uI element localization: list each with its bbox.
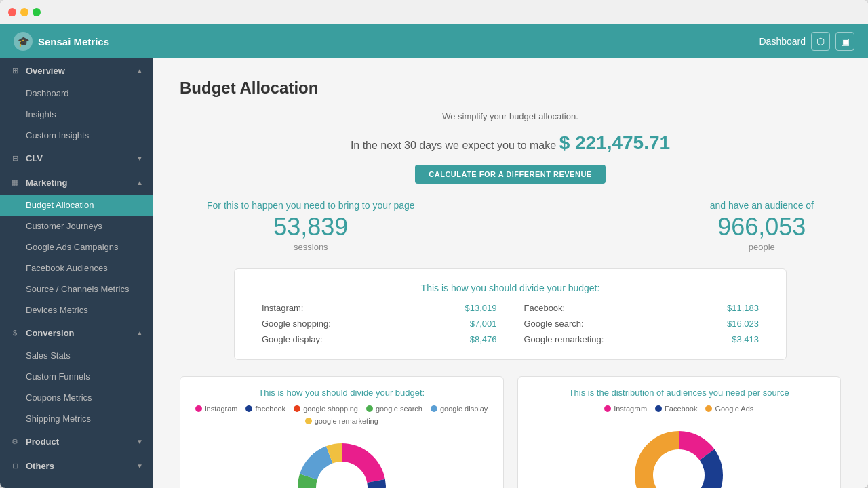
revenue-amount: $ 221,475.71 <box>559 132 671 153</box>
marketing-label: Marketing <box>26 178 67 188</box>
clv-label: CLV <box>26 153 43 163</box>
legend-item: google search <box>366 405 422 413</box>
others-chevron: ▼ <box>136 462 143 470</box>
sidebar-header-clv[interactable]: ⊟ CLV ▼ <box>0 146 153 170</box>
clv-icon: ⊟ <box>9 152 20 163</box>
sessions-metric: For this to happen you need to bring to … <box>207 200 415 252</box>
legend-item: google display <box>431 405 488 413</box>
sidebar-item-source-channels[interactable]: Source / Channels Metrics <box>0 279 153 300</box>
topnav: 🎓 Sensai Metrics Dashboard ⬡ ▣ <box>0 24 868 58</box>
legend-item: facebook <box>245 405 285 413</box>
audience-metric: and have an audience of 966,053 people <box>710 200 814 252</box>
nav-icon-expand[interactable]: ⬡ <box>811 32 830 51</box>
sidebar-section-marketing: ▦ Marketing ▲ Budget Allocation Customer… <box>0 170 153 321</box>
sidebar-header-conversion[interactable]: $ Conversion ▲ <box>0 321 153 345</box>
budget-row: Instagram:$13,019 <box>262 302 497 314</box>
sidebar-item-facebook-audiences[interactable]: Facebook Audiences <box>0 258 153 279</box>
budget-item-label: Google remarketing: <box>524 334 604 344</box>
revenue-line: In the next 30 days we expect you to mak… <box>180 132 841 154</box>
sidebar-item-dashboard[interactable]: Dashboard <box>0 83 153 104</box>
legend-dot <box>655 405 662 412</box>
audience-unit: people <box>710 242 814 252</box>
conversion-chevron: ▲ <box>136 329 143 337</box>
product-icon: ⚙ <box>9 436 20 447</box>
legend-dot <box>366 405 373 412</box>
marketing-chevron: ▲ <box>136 179 143 186</box>
traffic-lights <box>8 8 41 16</box>
app-body: 🎓 Sensai Metrics Dashboard ⬡ ▣ ⊞ Overvie… <box>0 24 868 488</box>
legend-label: Instagram <box>614 405 647 413</box>
sidebar-item-custom-funnels[interactable]: Custom Funnels <box>0 366 153 387</box>
chart-audiences: This is the distribution of audiences yo… <box>517 376 842 488</box>
sessions-value: 53,839 <box>207 215 415 239</box>
legend-item: Google Ads <box>705 405 753 413</box>
sidebar-header-product[interactable]: ⚙ Product ▼ <box>0 429 153 453</box>
budget-item-label: Facebook: <box>524 303 566 313</box>
sessions-label: For this to happen you need to bring to … <box>207 200 415 211</box>
legend-dot <box>305 418 312 424</box>
sidebar-item-sales-stats[interactable]: Sales Stats <box>0 345 153 366</box>
clv-chevron: ▼ <box>136 155 143 162</box>
budget-item-label: Google search: <box>524 319 584 329</box>
legend-dot <box>705 405 712 412</box>
overview-label: Overview <box>26 66 65 76</box>
product-label: Product <box>26 436 59 447</box>
budget-row: Facebook:$11,183 <box>524 302 760 314</box>
overview-icon: ⊞ <box>9 65 20 76</box>
conversion-label: Conversion <box>26 328 75 338</box>
others-icon: ⊟ <box>9 460 20 471</box>
audience-label: and have an audience of <box>710 200 814 211</box>
sidebar-item-shipping-metrics[interactable]: Shipping Metrics <box>0 408 153 429</box>
legend-item: google shopping <box>294 405 358 413</box>
nav-icon-layout[interactable]: ▣ <box>835 32 854 51</box>
budget-breakdown: This is how you should divide your budge… <box>234 268 787 360</box>
chart1-title: This is how you should divide your budge… <box>191 388 492 398</box>
sidebar-section-product: ⚙ Product ▼ <box>0 429 153 453</box>
topnav-right: Dashboard ⬡ ▣ <box>760 32 855 51</box>
budget-item-value: $13,019 <box>465 303 497 313</box>
calc-button[interactable]: CALCULATE FOR A DIFFERENT REVENUE <box>415 165 605 184</box>
sidebar-header-overview[interactable]: ⊞ Overview ▲ <box>0 58 153 83</box>
sidebar-item-coupons-metrics[interactable]: Coupons Metrics <box>0 387 153 408</box>
legend-item: Instagram <box>604 405 647 413</box>
brand-icon: 🎓 <box>14 32 33 51</box>
brand-name: Sensai Metrics <box>38 36 109 47</box>
legend-label: facebook <box>255 405 285 413</box>
nav-page-label: Dashboard <box>760 36 806 47</box>
close-button[interactable] <box>8 8 16 16</box>
budget-item-value: $8,476 <box>470 334 497 344</box>
legend-item: Facebook <box>655 405 697 413</box>
legend-dot <box>294 405 300 412</box>
sidebar-section-clv: ⊟ CLV ▼ <box>0 146 153 170</box>
sidebar-section-others: ⊟ Others ▼ <box>0 453 153 478</box>
sidebar-item-customer-journeys[interactable]: Customer Journeys <box>0 216 153 237</box>
sidebar-item-custom-insights[interactable]: Custom Insights <box>0 125 153 146</box>
marketing-icon: ▦ <box>9 177 20 188</box>
sidebar-item-insights[interactable]: Insights <box>0 104 153 125</box>
chart1-legend: instagramfacebookgoogle shoppinggoogle s… <box>191 405 492 425</box>
sidebar-header-marketing[interactable]: ▦ Marketing ▲ <box>0 170 153 195</box>
sidebar-item-budget-allocation[interactable]: Budget Allocation <box>0 195 153 216</box>
sidebar-item-google-ads[interactable]: Google Ads Campaigns <box>0 237 153 258</box>
sidebar-header-others[interactable]: ⊟ Others ▼ <box>0 453 153 478</box>
chart-budget: This is how you should divide your budge… <box>180 376 504 488</box>
chart2-donut <box>529 421 830 488</box>
minimize-button[interactable] <box>20 8 28 16</box>
legend-label: Google Ads <box>715 405 753 413</box>
sidebar-item-devices-metrics[interactable]: Devices Metrics <box>0 300 153 321</box>
budget-item-value: $3,413 <box>732 334 759 344</box>
budget-item-value: $11,183 <box>727 303 759 313</box>
legend-item: instagram <box>195 405 237 413</box>
titlebar <box>0 0 868 24</box>
sidebar: ⊞ Overview ▲ Dashboard Insights Custom I… <box>0 58 153 488</box>
legend-dot <box>604 405 611 412</box>
sidebar-section-conversion: $ Conversion ▲ Sales Stats Custom Funnel… <box>0 321 153 429</box>
product-chevron: ▼ <box>136 438 143 445</box>
sessions-unit: sessions <box>207 242 415 252</box>
maximize-button[interactable] <box>33 8 41 16</box>
sidebar-section-overview: ⊞ Overview ▲ Dashboard Insights Custom I… <box>0 58 153 146</box>
legend-label: Facebook <box>665 405 697 413</box>
budget-row: Google remarketing:$3,413 <box>524 333 760 346</box>
budget-item-value: $7,001 <box>470 319 497 329</box>
chart2-svg <box>625 421 733 488</box>
